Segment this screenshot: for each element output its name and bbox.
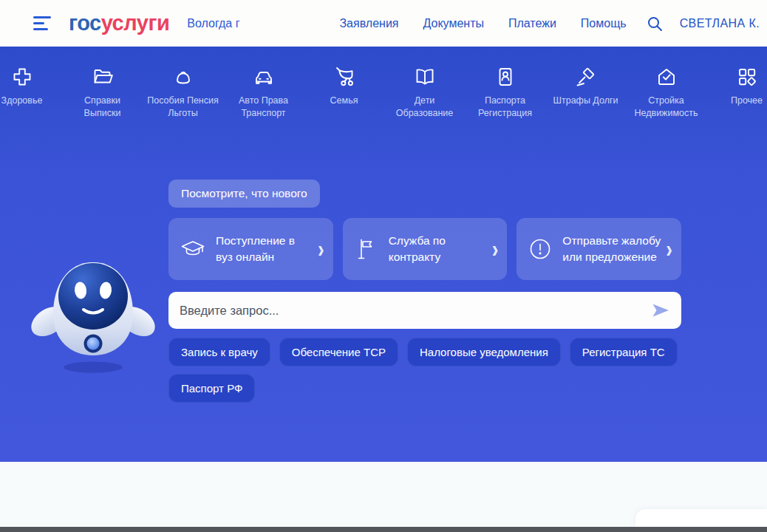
car-icon xyxy=(253,64,275,89)
category-children-education[interactable]: Дети Образование xyxy=(384,64,465,120)
category-label: Стройка Недвижимость xyxy=(630,95,703,120)
logo-text-blue: гос xyxy=(69,11,101,35)
open-book-icon xyxy=(414,64,436,89)
chevron-right-icon: › xyxy=(488,237,499,262)
category-passports[interactable]: Паспорта Регистрация xyxy=(465,64,545,120)
chip-passport-rf[interactable]: Паспорт РФ xyxy=(168,374,255,403)
promo-card-university[interactable]: Поступление в вуз онлайн › xyxy=(168,218,333,280)
header-nav: Заявления Документы Платежи Помощь xyxy=(339,17,626,30)
category-bar: Здоровье Справки Выписки Пособия Пенсия … xyxy=(0,64,767,120)
nav-link-help[interactable]: Помощь xyxy=(581,17,627,30)
purse-icon xyxy=(172,64,194,89)
logo[interactable]: госуслуги xyxy=(69,11,169,35)
promo-card-label: Служба по контракту xyxy=(389,233,488,265)
promo-card-contract-service[interactable]: Служба по контракту › xyxy=(343,218,508,280)
send-icon[interactable] xyxy=(651,301,670,319)
hero-section: Здоровье Справки Выписки Пособия Пенсия … xyxy=(0,47,767,462)
category-other[interactable]: Прочее xyxy=(706,64,767,120)
assistant-search-bar xyxy=(168,292,681,329)
bottom-strip xyxy=(0,527,767,532)
query-input[interactable] xyxy=(180,304,651,318)
stroller-icon xyxy=(333,64,355,89)
chevron-right-icon: › xyxy=(661,237,672,262)
category-construction[interactable]: Стройка Недвижимость xyxy=(626,64,706,120)
category-label: Пособия Пенсия Льготы xyxy=(146,95,220,120)
chip-doctor-appointment[interactable]: Запись к врачу xyxy=(168,338,270,366)
category-label: Семья xyxy=(330,95,358,107)
exclamation-circle-icon xyxy=(528,236,553,262)
category-label: Паспорта Регистрация xyxy=(468,95,542,120)
category-label: Справки Выписки xyxy=(66,95,140,120)
grid-icon xyxy=(736,64,758,89)
quick-suggestions: Запись к врачу Обеспечение ТСР Налоговые… xyxy=(168,338,686,403)
category-benefits[interactable]: Пособия Пенсия Льготы xyxy=(143,64,223,120)
health-cross-icon xyxy=(11,64,33,89)
nav-link-documents[interactable]: Документы xyxy=(423,17,483,30)
promo-card-label: Поступление в вуз онлайн xyxy=(216,233,313,265)
promo-card-label: Отправьте жалобу или предложение xyxy=(562,233,661,265)
folder-open-icon xyxy=(92,64,114,89)
header: госуслуги Вологда г Заявления Документы … xyxy=(0,0,767,47)
graduation-cap-icon xyxy=(180,236,206,262)
chip-tsr-provision[interactable]: Обеспечение ТСР xyxy=(279,338,398,366)
house-check-icon xyxy=(655,64,678,89)
chevron-right-icon: › xyxy=(313,237,324,262)
category-family[interactable]: Семья xyxy=(304,64,384,120)
chip-tax-notifications[interactable]: Налоговые уведомления xyxy=(407,338,561,366)
whats-new-button[interactable]: Посмотрите, что нового xyxy=(168,180,320,208)
nav-link-applications[interactable]: Заявления xyxy=(339,17,398,30)
gosuslugi-portal: госуслуги Вологда г Заявления Документы … xyxy=(0,0,767,532)
category-label: Авто Права Транспорт xyxy=(227,95,301,120)
gavel-icon xyxy=(575,64,597,89)
category-label: Дети Образование xyxy=(388,95,462,120)
menu-icon[interactable] xyxy=(33,16,52,30)
footer-area xyxy=(0,462,767,527)
nav-link-payments[interactable]: Платежи xyxy=(508,17,556,30)
robot-mascot xyxy=(28,240,155,381)
user-menu[interactable]: СВЕТЛАНА К. xyxy=(680,17,760,30)
promo-cards: Поступление в вуз онлайн › Служба по кон… xyxy=(168,218,681,280)
category-certificates[interactable]: Справки Выписки xyxy=(62,64,143,120)
location-selector[interactable]: Вологда г xyxy=(187,17,239,30)
promo-card-complaint[interactable]: Отправьте жалобу или предложение › xyxy=(517,218,681,280)
chip-vehicle-registration[interactable]: Регистрация ТС xyxy=(570,338,678,366)
search-icon[interactable] xyxy=(646,15,664,33)
category-health[interactable]: Здоровье xyxy=(0,64,62,120)
category-label: Прочее xyxy=(731,95,763,107)
bottom-right-panel xyxy=(635,509,767,527)
logo-text-red: услуги xyxy=(101,11,170,35)
id-card-icon xyxy=(494,64,517,89)
category-label: Штрафы Долги xyxy=(553,95,618,107)
flag-icon xyxy=(354,236,379,262)
category-fines-debts[interactable]: Штрафы Долги xyxy=(545,64,626,120)
category-label: Здоровье xyxy=(1,95,43,107)
category-auto[interactable]: Авто Права Транспорт xyxy=(223,64,304,120)
